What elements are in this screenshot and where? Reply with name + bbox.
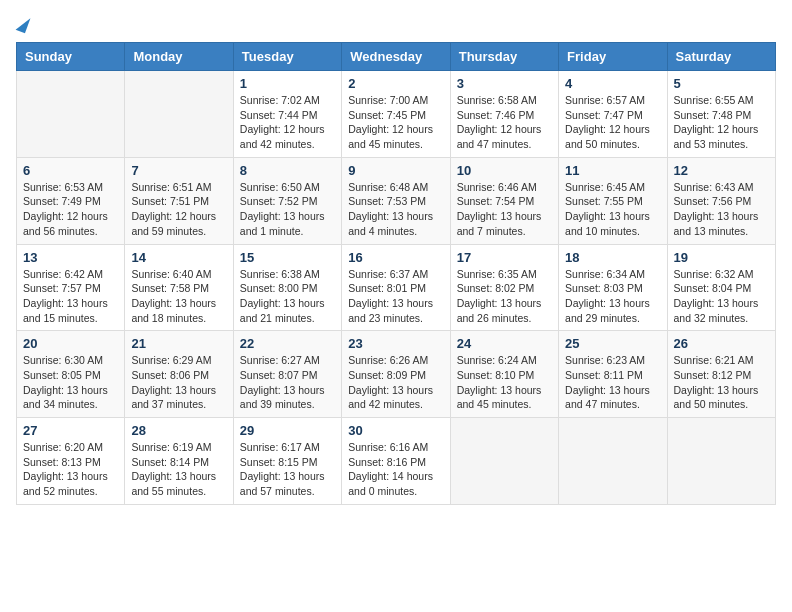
calendar-cell: 21Sunrise: 6:29 AM Sunset: 8:06 PM Dayli… <box>125 331 233 418</box>
calendar-cell: 23Sunrise: 6:26 AM Sunset: 8:09 PM Dayli… <box>342 331 450 418</box>
day-number: 1 <box>240 76 335 91</box>
day-number: 18 <box>565 250 660 265</box>
calendar-cell <box>667 418 775 505</box>
day-detail: Sunrise: 6:29 AM Sunset: 8:06 PM Dayligh… <box>131 353 226 412</box>
calendar-cell: 26Sunrise: 6:21 AM Sunset: 8:12 PM Dayli… <box>667 331 775 418</box>
day-detail: Sunrise: 6:45 AM Sunset: 7:55 PM Dayligh… <box>565 180 660 239</box>
page-header <box>16 16 776 32</box>
day-number: 2 <box>348 76 443 91</box>
calendar-cell: 17Sunrise: 6:35 AM Sunset: 8:02 PM Dayli… <box>450 244 558 331</box>
day-number: 27 <box>23 423 118 438</box>
day-detail: Sunrise: 6:46 AM Sunset: 7:54 PM Dayligh… <box>457 180 552 239</box>
weekday-header-thursday: Thursday <box>450 43 558 71</box>
day-number: 29 <box>240 423 335 438</box>
calendar-cell: 2Sunrise: 7:00 AM Sunset: 7:45 PM Daylig… <box>342 71 450 158</box>
day-detail: Sunrise: 6:17 AM Sunset: 8:15 PM Dayligh… <box>240 440 335 499</box>
weekday-header-friday: Friday <box>559 43 667 71</box>
day-number: 6 <box>23 163 118 178</box>
day-number: 7 <box>131 163 226 178</box>
day-number: 15 <box>240 250 335 265</box>
day-number: 3 <box>457 76 552 91</box>
calendar-cell: 20Sunrise: 6:30 AM Sunset: 8:05 PM Dayli… <box>17 331 125 418</box>
weekday-header-saturday: Saturday <box>667 43 775 71</box>
calendar-cell: 12Sunrise: 6:43 AM Sunset: 7:56 PM Dayli… <box>667 157 775 244</box>
calendar-cell: 22Sunrise: 6:27 AM Sunset: 8:07 PM Dayli… <box>233 331 341 418</box>
day-detail: Sunrise: 6:50 AM Sunset: 7:52 PM Dayligh… <box>240 180 335 239</box>
day-number: 12 <box>674 163 769 178</box>
day-number: 20 <box>23 336 118 351</box>
calendar-cell: 19Sunrise: 6:32 AM Sunset: 8:04 PM Dayli… <box>667 244 775 331</box>
calendar-cell: 30Sunrise: 6:16 AM Sunset: 8:16 PM Dayli… <box>342 418 450 505</box>
day-number: 21 <box>131 336 226 351</box>
day-number: 23 <box>348 336 443 351</box>
calendar-cell: 4Sunrise: 6:57 AM Sunset: 7:47 PM Daylig… <box>559 71 667 158</box>
day-detail: Sunrise: 6:34 AM Sunset: 8:03 PM Dayligh… <box>565 267 660 326</box>
day-detail: Sunrise: 6:53 AM Sunset: 7:49 PM Dayligh… <box>23 180 118 239</box>
day-detail: Sunrise: 6:26 AM Sunset: 8:09 PM Dayligh… <box>348 353 443 412</box>
day-detail: Sunrise: 6:20 AM Sunset: 8:13 PM Dayligh… <box>23 440 118 499</box>
calendar-cell: 24Sunrise: 6:24 AM Sunset: 8:10 PM Dayli… <box>450 331 558 418</box>
day-number: 13 <box>23 250 118 265</box>
calendar-cell <box>17 71 125 158</box>
day-detail: Sunrise: 6:51 AM Sunset: 7:51 PM Dayligh… <box>131 180 226 239</box>
calendar-cell: 10Sunrise: 6:46 AM Sunset: 7:54 PM Dayli… <box>450 157 558 244</box>
day-detail: Sunrise: 6:35 AM Sunset: 8:02 PM Dayligh… <box>457 267 552 326</box>
calendar-cell: 7Sunrise: 6:51 AM Sunset: 7:51 PM Daylig… <box>125 157 233 244</box>
weekday-header-monday: Monday <box>125 43 233 71</box>
day-number: 17 <box>457 250 552 265</box>
day-number: 25 <box>565 336 660 351</box>
calendar-cell <box>450 418 558 505</box>
day-number: 26 <box>674 336 769 351</box>
weekday-header-wednesday: Wednesday <box>342 43 450 71</box>
day-number: 22 <box>240 336 335 351</box>
calendar-cell: 18Sunrise: 6:34 AM Sunset: 8:03 PM Dayli… <box>559 244 667 331</box>
calendar-cell: 27Sunrise: 6:20 AM Sunset: 8:13 PM Dayli… <box>17 418 125 505</box>
calendar-cell: 16Sunrise: 6:37 AM Sunset: 8:01 PM Dayli… <box>342 244 450 331</box>
day-detail: Sunrise: 6:37 AM Sunset: 8:01 PM Dayligh… <box>348 267 443 326</box>
day-number: 24 <box>457 336 552 351</box>
day-number: 16 <box>348 250 443 265</box>
day-detail: Sunrise: 6:38 AM Sunset: 8:00 PM Dayligh… <box>240 267 335 326</box>
calendar-cell: 13Sunrise: 6:42 AM Sunset: 7:57 PM Dayli… <box>17 244 125 331</box>
day-detail: Sunrise: 6:21 AM Sunset: 8:12 PM Dayligh… <box>674 353 769 412</box>
calendar-cell: 9Sunrise: 6:48 AM Sunset: 7:53 PM Daylig… <box>342 157 450 244</box>
day-detail: Sunrise: 6:19 AM Sunset: 8:14 PM Dayligh… <box>131 440 226 499</box>
day-detail: Sunrise: 7:02 AM Sunset: 7:44 PM Dayligh… <box>240 93 335 152</box>
day-detail: Sunrise: 6:55 AM Sunset: 7:48 PM Dayligh… <box>674 93 769 152</box>
calendar-cell: 3Sunrise: 6:58 AM Sunset: 7:46 PM Daylig… <box>450 71 558 158</box>
day-number: 5 <box>674 76 769 91</box>
day-number: 9 <box>348 163 443 178</box>
day-detail: Sunrise: 6:23 AM Sunset: 8:11 PM Dayligh… <box>565 353 660 412</box>
calendar-table: SundayMondayTuesdayWednesdayThursdayFrid… <box>16 42 776 505</box>
weekday-header-sunday: Sunday <box>17 43 125 71</box>
day-detail: Sunrise: 6:24 AM Sunset: 8:10 PM Dayligh… <box>457 353 552 412</box>
calendar-cell: 29Sunrise: 6:17 AM Sunset: 8:15 PM Dayli… <box>233 418 341 505</box>
day-detail: Sunrise: 6:32 AM Sunset: 8:04 PM Dayligh… <box>674 267 769 326</box>
calendar-cell: 14Sunrise: 6:40 AM Sunset: 7:58 PM Dayli… <box>125 244 233 331</box>
day-number: 8 <box>240 163 335 178</box>
day-number: 4 <box>565 76 660 91</box>
calendar-cell: 5Sunrise: 6:55 AM Sunset: 7:48 PM Daylig… <box>667 71 775 158</box>
day-number: 30 <box>348 423 443 438</box>
day-detail: Sunrise: 6:43 AM Sunset: 7:56 PM Dayligh… <box>674 180 769 239</box>
day-detail: Sunrise: 6:58 AM Sunset: 7:46 PM Dayligh… <box>457 93 552 152</box>
calendar-cell: 11Sunrise: 6:45 AM Sunset: 7:55 PM Dayli… <box>559 157 667 244</box>
calendar-cell: 8Sunrise: 6:50 AM Sunset: 7:52 PM Daylig… <box>233 157 341 244</box>
day-number: 10 <box>457 163 552 178</box>
calendar-cell: 28Sunrise: 6:19 AM Sunset: 8:14 PM Dayli… <box>125 418 233 505</box>
day-number: 28 <box>131 423 226 438</box>
calendar-cell: 15Sunrise: 6:38 AM Sunset: 8:00 PM Dayli… <box>233 244 341 331</box>
calendar-cell <box>559 418 667 505</box>
day-detail: Sunrise: 6:40 AM Sunset: 7:58 PM Dayligh… <box>131 267 226 326</box>
day-detail: Sunrise: 6:57 AM Sunset: 7:47 PM Dayligh… <box>565 93 660 152</box>
calendar-cell: 1Sunrise: 7:02 AM Sunset: 7:44 PM Daylig… <box>233 71 341 158</box>
logo-triangle-icon <box>16 15 31 33</box>
day-detail: Sunrise: 6:42 AM Sunset: 7:57 PM Dayligh… <box>23 267 118 326</box>
day-detail: Sunrise: 6:48 AM Sunset: 7:53 PM Dayligh… <box>348 180 443 239</box>
calendar-cell: 6Sunrise: 6:53 AM Sunset: 7:49 PM Daylig… <box>17 157 125 244</box>
day-detail: Sunrise: 7:00 AM Sunset: 7:45 PM Dayligh… <box>348 93 443 152</box>
calendar-cell <box>125 71 233 158</box>
day-detail: Sunrise: 6:16 AM Sunset: 8:16 PM Dayligh… <box>348 440 443 499</box>
day-number: 19 <box>674 250 769 265</box>
calendar-cell: 25Sunrise: 6:23 AM Sunset: 8:11 PM Dayli… <box>559 331 667 418</box>
